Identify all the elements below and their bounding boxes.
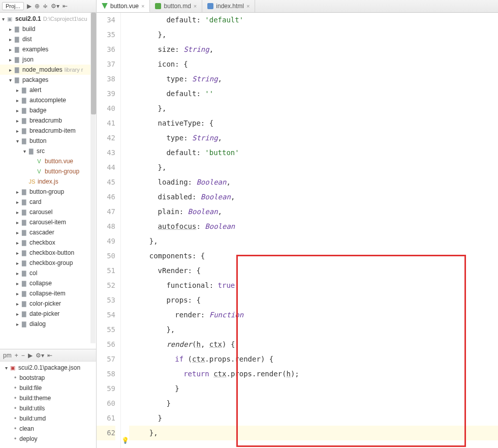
fold-column: 💡 bbox=[121, 13, 129, 448]
folder-icon: ▇ bbox=[13, 25, 20, 33]
folder-icon: ▇ bbox=[20, 219, 27, 226]
tree-folder[interactable]: ▸▇carousel-item bbox=[0, 217, 96, 227]
npm-panel: pm + − ▶ ⚙▾ ⇤ ▾ ▣ scui2.0.1\package.json… bbox=[0, 349, 96, 448]
tree-folder[interactable]: ▸▇cascader bbox=[0, 227, 96, 237]
code-editor[interactable]: 3435363738394041424344454647484950515253… bbox=[97, 13, 498, 448]
tree-label: carousel-item bbox=[29, 219, 66, 226]
tree-folder[interactable]: ▸▇card bbox=[0, 197, 96, 207]
tree-folder[interactable]: ▸▇badge bbox=[0, 105, 96, 115]
npm-package[interactable]: ▾ ▣ scui2.0.1\package.json bbox=[0, 363, 96, 373]
gear-icon[interactable]: ⚙▾ bbox=[36, 352, 44, 359]
split-icon[interactable]: ≑ bbox=[43, 3, 48, 10]
vue-file-icon: V bbox=[36, 168, 43, 175]
close-icon[interactable]: × bbox=[141, 3, 144, 9]
npm-script[interactable]: clean bbox=[0, 424, 96, 434]
tree-folder-button[interactable]: ▾ ▇ button bbox=[0, 136, 96, 146]
tab-button-vue[interactable]: button.vue × bbox=[97, 0, 150, 12]
npm-tree[interactable]: ▾ ▣ scui2.0.1\package.json bootstrapbuil… bbox=[0, 362, 96, 448]
tree-folder[interactable]: ▸▇collapse-item bbox=[0, 288, 96, 298]
tree-folder[interactable]: ▸▇dialog bbox=[0, 319, 96, 329]
gear-icon[interactable]: ⚙▾ bbox=[51, 3, 59, 10]
folder-icon: ▇ bbox=[20, 188, 27, 195]
npm-toolbar: pm + − ▶ ⚙▾ ⇤ bbox=[0, 349, 96, 362]
npm-script[interactable]: bootstrap bbox=[0, 373, 96, 383]
npm-script[interactable]: build:theme bbox=[0, 393, 96, 403]
tree-root[interactable]: ▾ ▣ scui2.0.1 D:\Csproject1\scu bbox=[0, 14, 96, 24]
target-icon[interactable]: ⊕ bbox=[35, 3, 40, 10]
folder-icon: ▇ bbox=[20, 107, 27, 114]
folder-icon: ▇ bbox=[20, 239, 27, 246]
tree-folder[interactable]: ▸▇autocomplete bbox=[0, 95, 96, 105]
close-icon[interactable]: × bbox=[246, 3, 250, 9]
tree-folder-packages[interactable]: ▾ ▇ packages bbox=[0, 75, 96, 85]
tree-file-button-vue[interactable]: V button.vue bbox=[0, 156, 96, 166]
folder-icon: ▇ bbox=[20, 97, 27, 104]
tree-label: checkbox bbox=[29, 239, 55, 246]
tree-folder[interactable]: ▸▇collapse bbox=[0, 278, 96, 288]
tree-folder-src[interactable]: ▾ ▇ src bbox=[0, 146, 96, 156]
tree-label: button-group bbox=[45, 168, 79, 175]
tree-label: build bbox=[22, 25, 35, 33]
tree-folder[interactable]: ▸▇checkbox-button bbox=[0, 248, 96, 258]
chevron-right-icon: ▸ bbox=[14, 230, 20, 235]
tree-folder[interactable]: ▸▇carousel bbox=[0, 207, 96, 217]
code-area[interactable]: default: 'default' }, size: String, icon… bbox=[129, 13, 498, 448]
collapse-icon[interactable]: ⇤ bbox=[47, 352, 52, 359]
tree-label: json bbox=[22, 56, 34, 63]
tree-folder[interactable]: ▸▇node_moduleslibrary r bbox=[0, 65, 96, 75]
folder-icon: ▇ bbox=[20, 270, 27, 277]
close-icon[interactable]: × bbox=[194, 3, 197, 9]
tree-folder[interactable]: ▸▇date-picker bbox=[0, 309, 96, 319]
npm-script[interactable]: build:utils bbox=[0, 403, 96, 413]
scrollbar-thumb[interactable] bbox=[91, 13, 96, 114]
folder-icon: ▇ bbox=[20, 259, 27, 266]
tree-hint: library r bbox=[65, 67, 83, 73]
chevron-right-icon: ▸ bbox=[14, 118, 20, 124]
npm-script[interactable]: build:file bbox=[0, 383, 96, 393]
editor-area: button.vue × button.md × index.html × 34… bbox=[97, 0, 498, 448]
plus-icon[interactable]: + bbox=[15, 352, 18, 359]
chevron-right-icon: ▸ bbox=[14, 220, 20, 225]
folder-icon: ▇ bbox=[20, 208, 27, 216]
tree-folder[interactable]: ▸▇checkbox bbox=[0, 237, 96, 248]
tree-folder[interactable]: ▸▇checkbox-group bbox=[0, 258, 96, 268]
tab-index-html[interactable]: index.html × bbox=[202, 0, 255, 12]
run-icon[interactable]: ▶ bbox=[27, 3, 32, 10]
tree-file-button-group-vue[interactable]: V button-group bbox=[0, 166, 96, 176]
tab-label: button.vue bbox=[110, 3, 139, 10]
html-file-icon bbox=[207, 3, 213, 9]
npm-script[interactable]: build:umd bbox=[0, 413, 96, 424]
collapse-icon[interactable]: ⇤ bbox=[63, 3, 68, 10]
tree-folder[interactable]: ▸▇color-picker bbox=[0, 298, 96, 309]
tree-folder[interactable]: ▸▇breadcrumb-item bbox=[0, 126, 96, 136]
tree-folder[interactable]: ▸▇breadcrumb bbox=[0, 115, 96, 126]
npm-package-label: scui2.0.1\package.json bbox=[18, 364, 80, 371]
minus-icon[interactable]: − bbox=[21, 352, 25, 359]
tree-folder[interactable]: ▸▇dist bbox=[0, 34, 96, 44]
vertical-scrollbar[interactable] bbox=[90, 13, 96, 343]
folder-icon: ▇ bbox=[13, 46, 20, 53]
run-icon[interactable]: ▶ bbox=[28, 352, 33, 359]
project-tree[interactable]: ▾ ▣ scui2.0.1 D:\Csproject1\scu ▸▇build▸… bbox=[0, 13, 96, 349]
js-file-icon: JS bbox=[28, 178, 36, 185]
project-tab[interactable]: Proj... bbox=[2, 2, 24, 10]
tree-label: collapse bbox=[29, 280, 52, 287]
tree-label: node_modules bbox=[22, 66, 63, 73]
folder-icon: ▇ bbox=[20, 320, 27, 327]
chevron-down-icon: ▾ bbox=[21, 148, 27, 154]
bulb-icon[interactable]: 💡 bbox=[121, 433, 129, 448]
tree-folder[interactable]: ▸▇alert bbox=[0, 85, 96, 95]
npm-script[interactable]: deploy bbox=[0, 434, 96, 444]
folder-icon: ▇ bbox=[20, 198, 27, 205]
tree-folder[interactable]: ▸▇col bbox=[0, 268, 96, 278]
tree-folder[interactable]: ▸▇examples bbox=[0, 44, 96, 54]
tree-file-index-js[interactable]: JS index.js bbox=[0, 176, 96, 187]
tab-button-md[interactable]: button.md × bbox=[150, 0, 202, 12]
tree-label: alert bbox=[29, 86, 41, 94]
tree-label: date-picker bbox=[29, 310, 59, 317]
tree-folder[interactable]: ▸▇button-group bbox=[0, 187, 96, 197]
folder-icon: ▇ bbox=[20, 86, 27, 94]
tree-folder[interactable]: ▸▇build bbox=[0, 24, 96, 34]
tree-folder[interactable]: ▸▇json bbox=[0, 54, 96, 65]
chevron-down-icon: ▾ bbox=[0, 16, 6, 22]
